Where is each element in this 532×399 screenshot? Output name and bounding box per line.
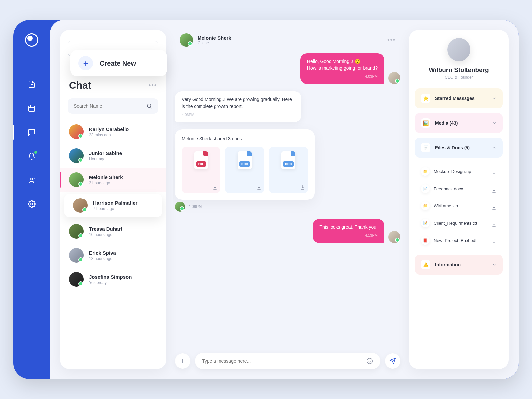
contact-item[interactable]: Harrison Palmatier7 hours ago	[64, 194, 162, 217]
docs-block: Melonie Sherk shared 3 docs : PDF DOC DO…	[175, 129, 400, 212]
file-row[interactable]: 📁Mockup_Design.zip	[416, 164, 501, 179]
send-icon	[389, 358, 396, 364]
msg-line: How is marketing going for brand?	[307, 66, 378, 71]
message-input[interactable]	[202, 358, 366, 364]
contact-item[interactable]: Tressa Duhart10 hours ago	[60, 219, 166, 243]
contact-name: Harrison Palmatier	[93, 200, 137, 206]
contact-time: Yesterday	[89, 280, 132, 285]
message-input-wrap[interactable]	[195, 353, 380, 369]
search-input[interactable]	[68, 98, 158, 114]
contact-time: 7 hours ago	[93, 206, 137, 211]
nav-rail	[13, 20, 50, 379]
msg-time: 4:03PM	[307, 74, 378, 79]
avatar	[69, 224, 84, 239]
svg-point-2	[31, 203, 33, 205]
download-icon[interactable]	[256, 185, 262, 190]
profile-avatar[interactable]	[447, 38, 470, 61]
file-name: New_Project_Brief.pdf	[434, 238, 487, 243]
doc-tile[interactable]: DOC	[269, 147, 308, 193]
panel-sections: ⭐ Starred Messages 🖼️ Media (43) 📄 Files…	[415, 88, 503, 275]
attach-button[interactable]: +	[175, 353, 190, 369]
create-new-label: Create New	[100, 60, 136, 67]
contact-item[interactable]: Erick Spiva13 hours ago	[60, 243, 166, 267]
message-out: Hello, Good Morning..! 🙂 How is marketin…	[175, 53, 400, 84]
file-row[interactable]: 📄Feedback.docx	[416, 181, 501, 196]
right-panel: Wilburn Stoltenberg CEO & Founder ⭐ Star…	[409, 30, 509, 369]
download-icon[interactable]	[491, 205, 497, 210]
contact-name: Melonie Sherk	[89, 174, 123, 180]
download-icon[interactable]	[491, 222, 497, 227]
docs-time-row: 4:09PM	[175, 202, 400, 212]
files-list: 📁Mockup_Design.zip 📄Feedback.docx 📁Wirfr…	[415, 162, 503, 250]
contact-time: 10 hours ago	[89, 232, 122, 237]
avatar	[69, 172, 84, 187]
download-icon[interactable]	[491, 188, 497, 193]
download-icon[interactable]	[300, 185, 305, 190]
svg-point-3	[147, 104, 151, 108]
file-row[interactable]: 📁Wirframe.zip	[416, 198, 501, 213]
contact-time: 23 mins ago	[89, 133, 129, 137]
contact-item-active[interactable]: Melonie Sherk3 hours ago	[60, 168, 166, 192]
chat-menu-icon[interactable]: •••	[149, 82, 157, 89]
section-information[interactable]: ⚠️ Information	[415, 255, 503, 275]
svg-rect-0	[29, 106, 35, 111]
file-type-icon: 📁	[421, 167, 430, 176]
msg-text: Very Good Morning..! We are growing grad…	[182, 97, 292, 109]
contact-item[interactable]: Josefina SimpsonYesterday	[60, 267, 166, 291]
contact-name: Junior Sabine	[89, 150, 122, 156]
contact-time: 3 hours ago	[89, 181, 123, 185]
file-name: Mockup_Design.zip	[434, 169, 487, 174]
chevron-down-icon	[492, 121, 497, 125]
contact-name: Josefina Simpson	[89, 274, 132, 280]
chat-avatar	[180, 33, 193, 47]
send-button[interactable]	[385, 353, 400, 369]
docs-card: Melonie Sherk shared 3 docs : PDF DOC DO…	[175, 129, 315, 200]
logo[interactable]	[25, 33, 38, 47]
chat-name: Melonie Sherk	[198, 35, 383, 41]
nav-chat-icon[interactable]	[27, 128, 36, 137]
nav-people-icon[interactable]	[27, 176, 36, 185]
pdf-icon: PDF	[194, 151, 208, 169]
search-field[interactable]	[74, 103, 146, 109]
bubble: Hello, Good Morning..! 🙂 How is marketin…	[300, 53, 384, 84]
contacts-list: Karlyn Carabello23 mins ago Junior Sabin…	[60, 120, 166, 291]
profile-role: CEO & Founder	[445, 75, 473, 80]
msg-time: 4:06PM	[182, 112, 295, 118]
chat-more-icon[interactable]: •••	[387, 37, 396, 44]
contact-item[interactable]: Karlyn Carabello23 mins ago	[60, 120, 166, 144]
section-media[interactable]: 🖼️ Media (43)	[415, 113, 503, 133]
download-icon[interactable]	[212, 185, 218, 190]
nav-calendar-icon[interactable]	[27, 104, 36, 113]
plus-icon: +	[78, 56, 93, 70]
section-files[interactable]: 📄 Files & Docs (5)	[415, 138, 503, 158]
doc-tile[interactable]: DOC	[225, 147, 264, 193]
file-row[interactable]: 📝Client_Requirments.txt	[416, 215, 501, 231]
bubble: Very Good Morning..! We are growing grad…	[175, 91, 301, 122]
avatar	[73, 198, 88, 213]
doc-tile[interactable]: PDF	[182, 147, 220, 193]
app-shell: + Create New Chat ••• Karlyn Carabello23…	[13, 20, 519, 379]
nav-items	[27, 80, 36, 209]
messages: Hello, Good Morning..! 🙂 How is marketin…	[173, 53, 402, 348]
section-label: Media (43)	[435, 120, 487, 126]
nav-settings-icon[interactable]	[27, 200, 36, 209]
section-starred[interactable]: ⭐ Starred Messages	[415, 88, 503, 108]
chat-status: Online	[198, 41, 383, 45]
nav-document-icon[interactable]	[27, 80, 36, 89]
main-area: + Create New Chat ••• Karlyn Carabello23…	[50, 20, 519, 379]
message-in: Very Good Morning..! We are growing grad…	[175, 91, 400, 122]
file-type-icon: 📁	[421, 201, 430, 210]
download-icon[interactable]	[491, 239, 497, 245]
chat-sidebar: + Create New Chat ••• Karlyn Carabello23…	[60, 30, 166, 369]
file-row[interactable]: 📕New_Project_Brief.pdf	[416, 233, 501, 248]
svg-point-1	[31, 178, 33, 180]
create-new-button[interactable]: + Create New	[70, 50, 167, 76]
msg-text: This looks great. Thank you!	[319, 224, 378, 230]
contact-item[interactable]: Junior SabineHour ago	[60, 144, 166, 168]
chat-top-bar: Melonie Sherk Online •••	[173, 33, 402, 53]
download-icon[interactable]	[491, 170, 497, 176]
avatar	[69, 248, 84, 263]
nav-bell-icon[interactable]	[27, 152, 36, 161]
file-name: Feedback.docx	[434, 186, 487, 191]
emoji-icon[interactable]	[366, 358, 373, 364]
